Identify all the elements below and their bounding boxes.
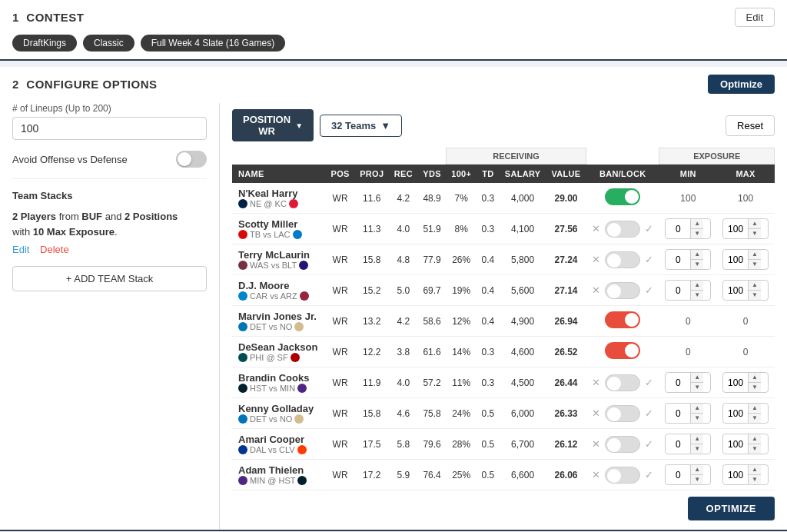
min-up-arrow[interactable]: ▲: [691, 219, 703, 229]
max-down-arrow[interactable]: ▼: [749, 475, 761, 484]
max-input[interactable]: [723, 252, 748, 268]
min-up-arrow[interactable]: ▲: [691, 465, 703, 475]
ban-lock-toggle[interactable]: [605, 311, 640, 328]
min-cell[interactable]: ▲ ▼: [659, 429, 717, 460]
min-down-arrow[interactable]: ▼: [691, 260, 703, 269]
stack-delete-link[interactable]: Delete: [40, 244, 69, 255]
max-cell[interactable]: ▲ ▼: [717, 429, 775, 460]
max-input[interactable]: [723, 221, 748, 237]
max-up-arrow[interactable]: ▲: [749, 281, 761, 291]
min-down-arrow[interactable]: ▼: [691, 444, 703, 454]
min-cell[interactable]: ▲ ▼: [659, 214, 717, 244]
min-input[interactable]: [666, 283, 690, 298]
min-down-arrow[interactable]: ▼: [691, 414, 703, 423]
min-stepper[interactable]: ▲ ▼: [665, 434, 711, 454]
ban-lock-toggle[interactable]: [605, 467, 640, 484]
min-cell[interactable]: ▲ ▼: [659, 398, 717, 429]
min-cell[interactable]: ▲ ▼: [659, 244, 717, 275]
max-input[interactable]: [723, 283, 748, 298]
banlock-cell[interactable]: ✕ ✓: [586, 398, 659, 429]
optimize-top-button[interactable]: Optimize: [708, 75, 775, 94]
banlock-cell[interactable]: ✕ ✓: [586, 367, 659, 398]
ban-lock-toggle[interactable]: [605, 282, 640, 299]
min-input[interactable]: [666, 406, 690, 421]
max-cell[interactable]: ▲ ▼: [717, 367, 775, 398]
lock-button[interactable]: ✓: [645, 254, 653, 265]
lock-button[interactable]: ✓: [645, 438, 653, 450]
banlock-cell[interactable]: ✕ ✓: [586, 214, 659, 244]
min-stepper[interactable]: ▲ ▼: [665, 218, 711, 238]
max-up-arrow[interactable]: ▲: [749, 434, 761, 444]
min-up-arrow[interactable]: ▲: [691, 434, 703, 444]
min-input[interactable]: [666, 467, 690, 483]
min-input[interactable]: [666, 252, 690, 268]
min-up-arrow[interactable]: ▲: [691, 250, 703, 260]
ban-button[interactable]: ✕: [592, 407, 600, 419]
min-input[interactable]: [666, 437, 690, 452]
min-up-arrow[interactable]: ▲: [691, 281, 703, 291]
add-team-stack-button[interactable]: + ADD TEAM Stack: [12, 266, 207, 291]
max-stepper[interactable]: ▲ ▼: [722, 372, 769, 392]
max-up-arrow[interactable]: ▲: [749, 373, 761, 383]
ban-lock-toggle[interactable]: [605, 436, 640, 453]
max-up-arrow[interactable]: ▲: [749, 404, 761, 414]
max-input[interactable]: [723, 437, 748, 452]
banlock-cell[interactable]: ✕ ✓: [586, 460, 659, 490]
ban-lock-toggle[interactable]: [605, 221, 640, 238]
min-stepper[interactable]: ▲ ▼: [665, 403, 711, 423]
min-down-arrow[interactable]: ▼: [691, 383, 703, 392]
teams-filter-button[interactable]: 32 Teams ▼: [320, 115, 402, 137]
min-cell[interactable]: ▲ ▼: [659, 460, 717, 490]
min-up-arrow[interactable]: ▲: [691, 404, 703, 414]
max-down-arrow[interactable]: ▼: [749, 414, 761, 423]
max-up-arrow[interactable]: ▲: [749, 219, 761, 229]
banlock-cell[interactable]: [586, 183, 659, 214]
ban-lock-toggle[interactable]: [605, 342, 640, 359]
min-down-arrow[interactable]: ▼: [691, 291, 703, 300]
ban-lock-toggle[interactable]: [605, 374, 640, 391]
lock-button[interactable]: ✓: [645, 284, 653, 296]
max-down-arrow[interactable]: ▼: [749, 444, 761, 454]
min-input[interactable]: [666, 221, 690, 237]
ban-button[interactable]: ✕: [592, 223, 600, 234]
avoid-offense-toggle[interactable]: [176, 151, 207, 168]
lock-button[interactable]: ✓: [645, 223, 653, 234]
max-input[interactable]: [723, 467, 748, 483]
max-cell[interactable]: ▲ ▼: [717, 275, 775, 306]
max-down-arrow[interactable]: ▼: [749, 229, 761, 238]
min-stepper[interactable]: ▲ ▼: [665, 464, 711, 484]
max-stepper[interactable]: ▲ ▼: [722, 434, 769, 454]
edit-button[interactable]: Edit: [735, 8, 775, 27]
min-down-arrow[interactable]: ▼: [691, 229, 703, 238]
max-down-arrow[interactable]: ▼: [749, 383, 761, 392]
min-down-arrow[interactable]: ▼: [691, 475, 703, 484]
max-cell[interactable]: ▲ ▼: [717, 460, 775, 490]
max-stepper[interactable]: ▲ ▼: [722, 280, 769, 300]
max-cell[interactable]: ▲ ▼: [717, 214, 775, 244]
max-input[interactable]: [723, 406, 748, 421]
max-down-arrow[interactable]: ▼: [749, 291, 761, 300]
ban-button[interactable]: ✕: [592, 469, 600, 480]
banlock-cell[interactable]: ✕ ✓: [586, 275, 659, 306]
max-down-arrow[interactable]: ▼: [749, 260, 761, 269]
lock-button[interactable]: ✓: [645, 377, 653, 388]
ban-lock-toggle[interactable]: [605, 188, 640, 205]
min-stepper[interactable]: ▲ ▼: [665, 249, 711, 269]
min-input[interactable]: [666, 375, 690, 391]
max-up-arrow[interactable]: ▲: [749, 250, 761, 260]
banlock-cell[interactable]: [586, 337, 659, 367]
max-cell[interactable]: ▲ ▼: [717, 398, 775, 429]
ban-button[interactable]: ✕: [592, 284, 600, 296]
max-input[interactable]: [723, 375, 748, 391]
max-up-arrow[interactable]: ▲: [749, 465, 761, 475]
optimize-bottom-button[interactable]: OPTIMIZE: [688, 497, 775, 520]
min-cell[interactable]: ▲ ▼: [659, 275, 717, 306]
ban-lock-toggle[interactable]: [605, 405, 640, 422]
max-stepper[interactable]: ▲ ▼: [722, 403, 769, 423]
banlock-cell[interactable]: [586, 306, 659, 337]
ban-button[interactable]: ✕: [592, 254, 600, 265]
max-cell[interactable]: ▲ ▼: [717, 244, 775, 275]
min-up-arrow[interactable]: ▲: [691, 373, 703, 383]
ban-button[interactable]: ✕: [592, 377, 600, 388]
max-stepper[interactable]: ▲ ▼: [722, 464, 769, 484]
